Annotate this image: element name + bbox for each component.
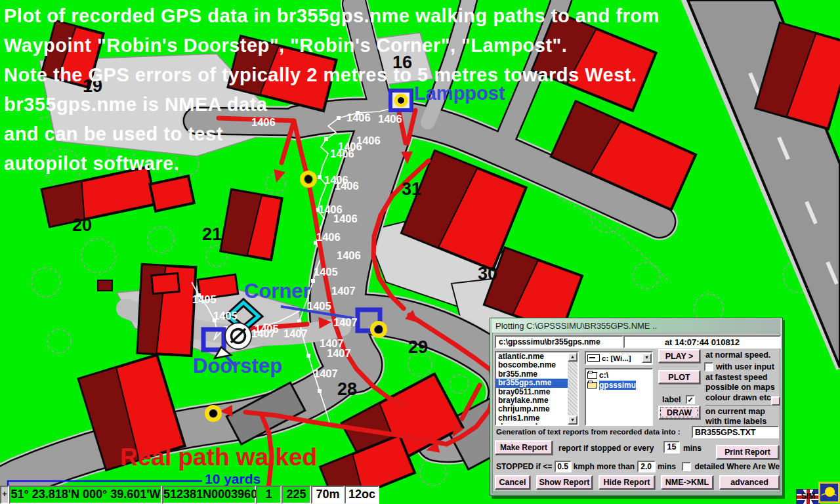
stopped-caption-2: kmph more than <box>574 462 635 471</box>
file-list-item[interactable]: br355gps.nme <box>496 379 568 387</box>
lamppost-label: Lamppost <box>414 83 505 104</box>
directory-name: gpsssimu <box>599 381 636 390</box>
scroll-down-icon[interactable]: ▼ <box>568 415 578 425</box>
file-list-item[interactable]: chrijump.nme <box>496 405 568 413</box>
colour-caption: colour drawn etc. <box>705 393 774 402</box>
file-list-item[interactable]: br355.nme <box>496 370 568 379</box>
colour-options-button[interactable] <box>771 396 780 406</box>
gps-time-label: 1405 <box>192 293 217 305</box>
folder-icon <box>587 372 597 379</box>
file-listbox[interactable]: atlantic.nmeboscombe.nmebr355.nmebr355gp… <box>495 351 579 426</box>
plot-caption-line1: at fastest speed <box>705 373 767 382</box>
file-list-scrollbar[interactable]: ▲ ▼ <box>568 352 578 425</box>
report-interval-field[interactable]: 15 <box>663 441 680 453</box>
status-altitude[interactable]: 70m <box>311 486 345 504</box>
report-interval-caption: report if stopped or every <box>558 444 654 453</box>
advanced-button[interactable]: advanced <box>719 475 780 490</box>
map-description-line: Note the GPS errors of typically 2 metre… <box>4 60 660 90</box>
gps-time-label: 1405 <box>213 310 238 322</box>
map-description-line: and can be used to test <box>4 119 660 149</box>
map-description-line: Plot of recorded GPS data in br355gps.nm… <box>4 1 660 31</box>
horizon-glyph <box>821 493 837 499</box>
plot-button[interactable]: PLOT <box>658 370 700 384</box>
playback-controls: PLAY > at normal speed. with user input … <box>657 346 780 429</box>
gps-time-label: 1406 <box>335 180 359 192</box>
dialog-title-bar[interactable]: Plotting C:\GPSSSIMU\BR355GPS.NME .. <box>492 319 780 333</box>
plotting-dialog[interactable]: Plotting C:\GPSSSIMU\BR355GPS.NME .. c:\… <box>490 318 783 496</box>
make-report-button[interactable]: Make Report <box>495 440 553 455</box>
stopped-speed-field[interactable]: 0.5 <box>555 461 572 472</box>
map-description-text: Plot of recorded GPS data in br355gps.nm… <box>4 1 660 178</box>
user-input-checkbox[interactable] <box>704 362 713 371</box>
gps-time-label: 1407 <box>251 327 276 339</box>
file-list-item[interactable]: braylake.nme <box>496 396 568 405</box>
drive-dropdown-icon[interactable]: ▼ <box>642 353 652 363</box>
doorstep-label: Doorstep <box>193 354 282 378</box>
print-report-button[interactable]: Print Report <box>716 445 779 459</box>
gps-time-label: 1405 <box>314 266 338 278</box>
draw-caption-line1: on current map <box>705 407 765 416</box>
status-clock[interactable]: 12oc <box>345 486 379 504</box>
stopped-mins-field[interactable]: 2.0 <box>637 461 656 472</box>
scroll-up-icon[interactable]: ▲ <box>568 352 578 362</box>
file-list-item[interactable]: chris1.nme <box>496 414 568 423</box>
house-number: 30 <box>478 264 497 284</box>
current-file-field: c:\gpsssimu\br355gps.nme <box>495 335 623 348</box>
house-number: 21 <box>202 224 222 244</box>
uk-flag-sim-icon[interactable]: SIM <box>796 489 820 504</box>
file-list-item[interactable]: demo.mvd <box>496 423 568 425</box>
file-list[interactable]: atlantic.nmeboscombe.nmebr355.nmebr355gp… <box>496 352 568 425</box>
drive-selector[interactable]: c: [Wi...] ▼ <box>585 351 653 365</box>
detailed-checkbox[interactable] <box>682 462 691 471</box>
user-input-label: with user input <box>716 362 774 371</box>
gps-time-label: 1407 <box>284 327 308 339</box>
folder-icon <box>587 382 597 388</box>
gps-time-label: 1406 <box>316 231 341 243</box>
file-list-item[interactable]: atlantic.nme <box>496 352 568 361</box>
hide-report-button[interactable]: Hide Report <box>598 475 655 490</box>
plot-caption-line2: possible on maps <box>705 383 775 392</box>
gps-time-label: 1406 <box>337 249 361 261</box>
show-report-button[interactable]: Show Report <box>536 475 593 490</box>
gpss-application-window: 1619202128293031 14061406140614061406140… <box>0 0 840 504</box>
drive-icon <box>587 354 600 362</box>
stopped-caption: STOPPED if <= <box>496 462 552 471</box>
label-checkbox-label: label <box>662 395 681 404</box>
directory-item[interactable]: c:\ <box>586 370 652 380</box>
house-number: 20 <box>72 215 92 235</box>
gps-time-label: 1406 <box>333 213 358 224</box>
house-number: 29 <box>408 337 428 357</box>
play-button[interactable]: PLAY > <box>658 349 700 363</box>
play-caption: at normal speed. <box>705 350 770 360</box>
draw-button[interactable]: DRAW <box>658 406 700 419</box>
status-field-225: 225 <box>282 486 311 504</box>
draw-caption-line2: with time labels <box>705 417 766 426</box>
stopped-criteria-row: STOPPED if <= 0.5 kmph more than 2.0 min… <box>496 461 784 472</box>
directory-name: c:\ <box>599 371 608 380</box>
file-list-item[interactable]: bray0511.nme <box>496 388 568 396</box>
gps-time-label: 1407 <box>327 347 351 359</box>
status-field-1: 1 <box>256 486 282 504</box>
report-filename-field[interactable]: BR355GPS.TXT <box>692 426 779 438</box>
status-position-grid: 512381N0003960W <box>162 486 256 504</box>
label-checkbox[interactable]: ✓ <box>686 395 695 404</box>
status-bar: + 51° 23.818'N 000° 39.601'W 512381N0003… <box>0 486 379 504</box>
file-list-item[interactable]: boscombe.nme <box>496 361 568 369</box>
map-description-line: autopilot software. <box>4 149 660 178</box>
cancel-button[interactable]: Cancel <box>495 475 530 490</box>
corner-label: Corner <box>244 280 311 303</box>
gps-time-label: 1407 <box>333 316 358 328</box>
gps-time-label: 1407 <box>314 368 338 379</box>
map-description-line: Waypoint "Robin's Doorstep", "Robin's Co… <box>4 31 660 60</box>
report-generation-caption: Generation of text reports from recorded… <box>496 428 681 436</box>
dialog-client-area: c:\gpsssimu\br355gps.nme at 14:07:44 010… <box>492 333 780 492</box>
directory-list[interactable]: c:\gpsssimu <box>585 368 653 426</box>
directory-item[interactable]: gpsssimu <box>586 380 652 390</box>
house-number: 31 <box>402 179 421 199</box>
sun-weather-icon[interactable] <box>818 482 840 503</box>
zoom-in-button[interactable]: + <box>0 486 9 504</box>
stopped-caption-3: mins <box>658 462 676 471</box>
scrollbar-track[interactable] <box>568 362 578 415</box>
nme-to-kml-button[interactable]: NME->KML <box>661 475 713 490</box>
house-number: 28 <box>337 379 357 399</box>
